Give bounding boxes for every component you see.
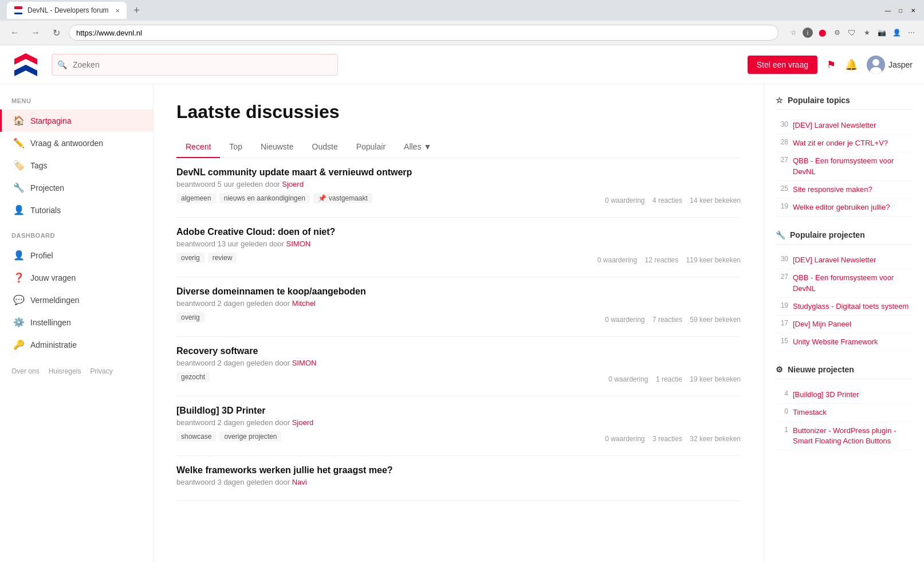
project-link[interactable]: [Dev] Mijn Paneel xyxy=(793,319,851,329)
tab-oudste[interactable]: Oudste xyxy=(303,136,347,158)
project-link[interactable]: QBB - Een forumsysteem voor DevNL xyxy=(793,273,913,293)
sidebar-footer: Over ons Huisregels Privacy xyxy=(0,356,153,387)
topic-link[interactable]: Site responsive maken? xyxy=(793,184,872,195)
avatar[interactable] xyxy=(867,56,885,74)
browser-tab[interactable]: DevNL - Developers forum × xyxy=(7,2,127,19)
nieuwe-projecten-section: ⚙ Nieuwe projecten 4 [Buildlog] 3D Print… xyxy=(776,365,913,450)
topic-link[interactable]: Wat zit er onder je CTRL+V? xyxy=(793,138,888,148)
search-input[interactable] xyxy=(52,54,338,76)
bookmark-icon[interactable]: ☆ xyxy=(788,27,799,38)
app-logo[interactable] xyxy=(11,50,40,79)
tag-showcase[interactable]: showcase xyxy=(176,431,216,442)
tab-favicon xyxy=(14,6,23,15)
back-button[interactable]: ← xyxy=(7,25,23,41)
footer-huisregels[interactable]: Huisregels xyxy=(49,367,81,375)
tab-alles[interactable]: Alles ▼ xyxy=(395,136,441,158)
tag-review[interactable]: review xyxy=(208,253,237,263)
close-button[interactable]: ✕ xyxy=(909,6,917,14)
sidebar-item-projecten[interactable]: 🔧 Projecten xyxy=(0,176,153,199)
footer-over-ons[interactable]: Over ons xyxy=(11,367,40,375)
tab-top[interactable]: Top xyxy=(220,136,251,158)
opera-icon[interactable]: ⬤ xyxy=(816,27,828,38)
dashboard-label: DASHBOARD xyxy=(0,230,153,244)
discussion-title[interactable]: DevNL community update maart & vernieuwd… xyxy=(176,167,741,178)
user-name[interactable]: Jasper xyxy=(888,60,913,69)
discussion-title[interactable]: Recovery software xyxy=(176,346,741,356)
sidebar-item-profiel[interactable]: 👤 Profiel xyxy=(0,244,153,266)
discussion-author[interactable]: Sjoerd xyxy=(282,180,304,188)
discussion-meta: beantwoord 5 uur geleden door Sjoerd xyxy=(176,180,741,188)
info-icon[interactable]: i xyxy=(803,27,813,38)
discussion-author[interactable]: SIMON xyxy=(292,359,317,367)
discussion-author[interactable]: Sjoerd xyxy=(292,418,314,427)
ask-question-button[interactable]: Stel een vraag xyxy=(748,56,817,74)
address-input[interactable] xyxy=(69,25,778,41)
project-link[interactable]: Studyglass - Digitaal toets systeem xyxy=(793,301,909,312)
tag-gezocht[interactable]: gezocht xyxy=(176,372,210,382)
profile-icon[interactable]: 👤 xyxy=(891,27,902,38)
new-tab-button[interactable]: + xyxy=(131,5,142,17)
key-icon: 🔑 xyxy=(13,339,25,350)
wrench-icon: 🔧 xyxy=(13,182,25,193)
tab-close-icon[interactable]: × xyxy=(116,6,120,15)
populaire-projecten-title: 🔧 Populaire projecten xyxy=(776,230,913,245)
discussion-title[interactable]: [Buildlog] 3D Printer xyxy=(176,406,741,416)
discussion-author[interactable]: Navi xyxy=(292,478,307,486)
new-project-link[interactable]: Buttonizer - WordPress plugin - Smart Fl… xyxy=(793,426,913,446)
user-profile[interactable]: Jasper xyxy=(867,56,913,74)
extensions-icon[interactable]: ⚙ xyxy=(831,27,843,38)
tag-nieuws[interactable]: nieuws en aankondigingen xyxy=(219,193,310,203)
menu-icon[interactable]: ⋯ xyxy=(906,27,917,38)
sidebar: MENU 🏠 Startpagina ✏️ Vraag & antwoorden… xyxy=(0,84,154,562)
topic-link[interactable]: [DEV] Laravel Newsletter xyxy=(793,120,876,131)
shield-icon[interactable]: 🛡 xyxy=(846,27,858,38)
list-item: 28 Wat zit er onder je CTRL+V? xyxy=(776,135,913,152)
title-bar: DevNL - Developers forum × + — □ ✕ xyxy=(0,0,924,21)
sidebar-item-jouw-vragen[interactable]: ❓ Jouw vragen xyxy=(0,266,153,289)
flag-icon[interactable]: ⚑ xyxy=(827,58,836,71)
project-link[interactable]: Unity Website Framework xyxy=(793,337,878,347)
snapshot-icon[interactable]: 📷 xyxy=(876,27,887,38)
tag-algemeen[interactable]: algemeen xyxy=(176,193,216,203)
new-project-link[interactable]: Timestack xyxy=(793,407,827,418)
sidebar-item-instellingen[interactable]: ⚙️ Instellingen xyxy=(0,311,153,333)
new-project-link[interactable]: [Buildlog] 3D Printer xyxy=(793,390,859,400)
minimize-button[interactable]: — xyxy=(884,6,892,14)
discussion-tags: overig xyxy=(176,312,205,323)
tab-recent[interactable]: Recent xyxy=(176,136,220,158)
tag-overig[interactable]: overig xyxy=(176,253,205,263)
sidebar-item-vraag-antwoorden[interactable]: ✏️ Vraag & antwoorden xyxy=(0,132,153,154)
list-item: 19 Welke editor gebruiken jullie? xyxy=(776,199,913,217)
sidebar-item-tutorials[interactable]: 👤 Tutorials xyxy=(0,199,153,221)
sidebar-item-vermeldingen[interactable]: 💬 Vermeldingen xyxy=(0,289,153,311)
header-actions: Stel een vraag ⚑ 🔔 Jasper xyxy=(748,56,913,74)
sidebar-item-administratie[interactable]: 🔑 Administratie xyxy=(0,333,153,356)
tab-populair[interactable]: Populair xyxy=(347,136,395,158)
project-link[interactable]: [DEV] Laravel Newsletter xyxy=(793,255,876,265)
discussion-author[interactable]: SIMON xyxy=(286,239,311,248)
discussion-author[interactable]: Mitchel xyxy=(292,299,316,308)
discussion-title[interactable]: Welke frameworks werken jullie het graag… xyxy=(176,465,741,475)
tag-overig[interactable]: overig xyxy=(176,312,205,323)
reload-button[interactable]: ↻ xyxy=(48,25,64,41)
star-icon[interactable]: ★ xyxy=(861,27,872,38)
populaire-topics-section: ☆ Populaire topics 30 [DEV] Laravel News… xyxy=(776,96,913,217)
tag-overige-projecten[interactable]: overige projecten xyxy=(219,431,281,442)
sidebar-item-tags[interactable]: 🏷️ Tags xyxy=(0,154,153,176)
address-bar-icons: ☆ i ⬤ ⚙ 🛡 ★ 📷 👤 ⋯ xyxy=(788,27,917,38)
tag-pinned[interactable]: 📌 vastgemaakt xyxy=(313,193,372,203)
discussion-title[interactable]: Adobe Creative Cloud: doen of niet? xyxy=(176,227,741,237)
discussion-title[interactable]: Diverse domeinnamen te koop/aangeboden xyxy=(176,286,741,297)
topic-link[interactable]: Welke editor gebruiken jullie? xyxy=(793,202,890,213)
discussion-tags: gezocht xyxy=(176,372,210,382)
notification-bell-icon[interactable]: 🔔 xyxy=(845,58,858,71)
topic-link[interactable]: QBB - Een forumsysteem voor DevNL xyxy=(793,156,913,176)
home-icon: 🏠 xyxy=(13,115,25,126)
sidebar-item-startpagina[interactable]: 🏠 Startpagina xyxy=(0,109,153,132)
maximize-button[interactable]: □ xyxy=(897,6,905,14)
tab-nieuwste[interactable]: Nieuwste xyxy=(251,136,303,158)
footer-privacy[interactable]: Privacy xyxy=(90,367,112,375)
list-item: 1 Buttonizer - WordPress plugin - Smart … xyxy=(776,422,913,450)
discussion-stats: 0 waardering 4 reacties 14 keer bekeken xyxy=(605,196,741,205)
forward-button[interactable]: → xyxy=(27,25,44,41)
